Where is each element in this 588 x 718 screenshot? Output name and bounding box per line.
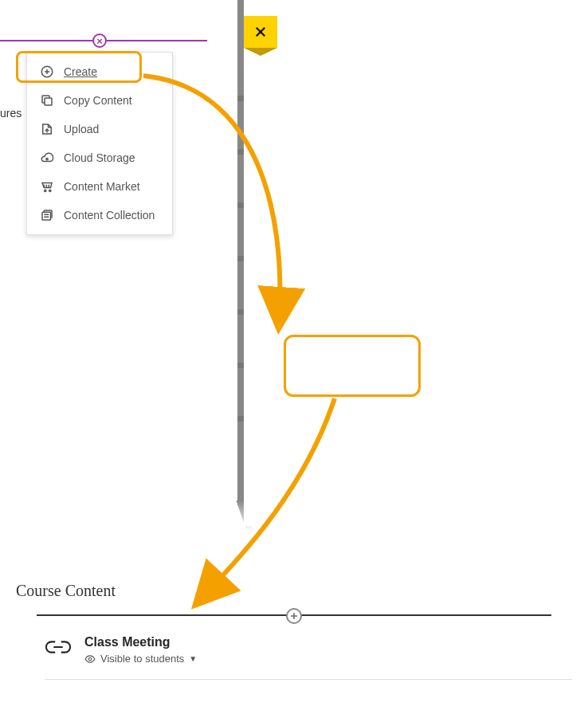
svg-rect-3: [45, 98, 52, 105]
content-row-class-meeting[interactable]: Class Meeting Visible to students ▼: [45, 635, 572, 680]
menu-item-content-market[interactable]: Content Market: [27, 172, 172, 201]
caret-down-icon: ▼: [189, 654, 197, 663]
eye-icon: [84, 653, 96, 665]
svg-point-50: [88, 657, 92, 661]
menu-label: Cloud Storage: [64, 151, 135, 164]
svg-point-5: [45, 190, 46, 191]
insert-close-badge[interactable]: ×: [92, 33, 107, 48]
close-panel-button[interactable]: [244, 16, 277, 48]
link-icon: [45, 637, 72, 657]
svg-point-4: [46, 158, 48, 159]
close-icon: [253, 25, 268, 39]
svg-point-6: [49, 190, 51, 191]
menu-item-create[interactable]: Create: [27, 57, 172, 86]
course-content-section: Course Content Class Meeting Visible to …: [16, 582, 572, 680]
menu-item-copy-content[interactable]: Copy Content: [27, 86, 172, 115]
menu-item-upload[interactable]: Upload: [27, 115, 172, 143]
svg-rect-10: [42, 212, 51, 220]
add-content-button[interactable]: [286, 608, 302, 624]
visibility-label: Visible to students: [100, 653, 184, 665]
menu-label: Content Market: [64, 180, 140, 193]
upload-icon: [40, 122, 54, 136]
menu-label: Content Collection: [64, 209, 155, 222]
truncated-sidebar-text: ures: [0, 107, 24, 120]
plus-circle-icon: [40, 65, 54, 79]
add-content-menu: Create Copy Content Upload Cloud Storage…: [26, 52, 173, 235]
menu-label: Upload: [64, 123, 99, 135]
content-row-title: Class Meeting: [84, 635, 197, 649]
plus-icon: [289, 611, 299, 621]
cloud-icon: [40, 151, 54, 165]
menu-label: Create: [64, 65, 97, 78]
create-item-panel: [244, 0, 588, 526]
cart-icon: [40, 179, 54, 194]
course-content-divider: [37, 614, 551, 616]
visibility-selector[interactable]: Visible to students ▼: [84, 653, 197, 665]
collection-icon: [40, 208, 54, 222]
copy-icon: [40, 93, 54, 108]
menu-item-cloud-storage[interactable]: Cloud Storage: [27, 143, 172, 172]
menu-label: Copy Content: [64, 94, 132, 107]
menu-item-content-collection[interactable]: Content Collection: [27, 201, 172, 230]
